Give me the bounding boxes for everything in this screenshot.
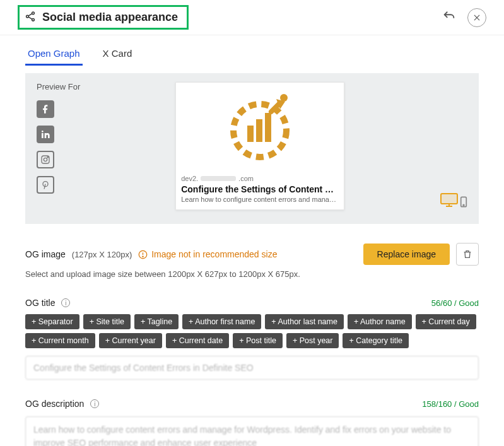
preview-domain-prefix: dev2. <box>181 175 198 182</box>
svg-rect-18 <box>441 194 457 204</box>
svg-line-4 <box>28 17 32 19</box>
svg-point-24 <box>143 256 143 257</box>
device-toggle <box>440 82 467 210</box>
info-icon[interactable]: i <box>90 399 99 408</box>
tab-x-card[interactable]: X Card <box>100 44 135 66</box>
token-tagline[interactable]: + Tagline <box>134 314 179 329</box>
preview-domain-suffix: .com <box>238 175 254 182</box>
token-author-name[interactable]: + Author name <box>348 314 412 329</box>
header-actions <box>442 8 486 27</box>
facebook-icon[interactable] <box>37 100 54 118</box>
og-description-input[interactable] <box>25 416 479 446</box>
svg-point-12 <box>43 182 48 187</box>
replace-image-button[interactable]: Replace image <box>363 244 450 265</box>
svg-point-2 <box>32 18 35 21</box>
token-current-day[interactable]: + Current day <box>416 314 476 329</box>
og-description-section: OG description i 158/160 / Good <box>25 399 479 446</box>
token-author-last-name[interactable]: + Author last name <box>265 314 344 329</box>
token-current-date[interactable]: + Current date <box>166 333 229 348</box>
preview-domain: dev2. .com <box>181 175 339 182</box>
share-icon <box>25 11 36 24</box>
og-image-warning-text: Image not in recommended size <box>151 249 277 259</box>
og-title-counter: 56/60 / Good <box>431 298 479 308</box>
svg-point-10 <box>44 158 47 161</box>
preview-image <box>176 83 344 172</box>
og-image-warning: Image not in recommended size <box>138 249 277 259</box>
svg-point-8 <box>42 131 44 132</box>
svg-rect-7 <box>42 133 44 138</box>
undo-button[interactable] <box>442 9 456 25</box>
token-site-title[interactable]: + Site title <box>83 314 131 329</box>
og-description-label: OG description <box>25 399 84 409</box>
pinterest-icon[interactable] <box>37 176 54 194</box>
svg-point-21 <box>463 204 464 206</box>
og-image-title: OG image <box>25 249 66 259</box>
warning-icon <box>138 250 148 259</box>
token-author-first-name[interactable]: + Author first name <box>182 314 261 329</box>
token-current-year[interactable]: + Current year <box>99 333 162 348</box>
svg-point-17 <box>280 94 288 102</box>
info-icon[interactable]: i <box>61 298 70 307</box>
device-desktop[interactable] <box>440 192 459 210</box>
preview-domain-redacted <box>201 176 236 181</box>
tabs: Open Graph X Card <box>25 44 479 66</box>
og-image-section: OG image (127px X 120px) Image not in re… <box>25 243 479 279</box>
og-image-sub: Select and upload image size between 120… <box>25 269 479 279</box>
token-separator[interactable]: + Separator <box>25 314 79 329</box>
preview-label: Preview For <box>37 82 80 91</box>
content: Open Graph X Card Preview For <box>0 35 504 446</box>
delete-image-button[interactable] <box>456 243 479 266</box>
svg-line-3 <box>28 14 32 16</box>
og-title-input[interactable] <box>25 356 479 380</box>
svg-rect-16 <box>265 113 271 142</box>
og-title-label: OG title <box>25 298 55 308</box>
tab-open-graph[interactable]: Open Graph <box>25 44 83 66</box>
og-title-token-row: + Separator + Site title + Tagline + Aut… <box>25 314 479 348</box>
close-button[interactable] <box>467 8 486 27</box>
svg-point-0 <box>32 12 35 15</box>
device-mobile[interactable] <box>460 196 467 210</box>
preview-card: dev2. .com Configure the Settings of Con… <box>175 82 344 210</box>
preview-panel: Preview For <box>25 73 479 224</box>
token-post-year[interactable]: + Post year <box>286 333 339 348</box>
header-title-wrap: Social media appearance <box>18 5 189 30</box>
page-title: Social media appearance <box>42 11 178 24</box>
svg-point-1 <box>26 15 29 18</box>
og-image-dims: (127px X 120px) <box>72 250 132 259</box>
token-category-title[interactable]: + Category title <box>343 333 408 348</box>
preview-card-desc: Learn how to configure content errors an… <box>181 196 339 203</box>
og-description-counter: 158/160 / Good <box>422 399 479 409</box>
trash-icon <box>462 249 472 259</box>
header: Social media appearance <box>0 0 504 35</box>
token-current-month[interactable]: + Current month <box>25 333 95 348</box>
svg-rect-15 <box>256 119 262 142</box>
svg-rect-14 <box>247 126 254 142</box>
og-title-section: OG title i 56/60 / Good + Separator + Si… <box>25 298 479 380</box>
preview-card-title: Configure the Settings of Content Errors… <box>181 184 339 194</box>
token-post-title[interactable]: + Post title <box>233 333 283 348</box>
linkedin-icon[interactable] <box>37 126 54 143</box>
instagram-icon[interactable] <box>37 151 54 168</box>
svg-point-11 <box>47 157 48 158</box>
